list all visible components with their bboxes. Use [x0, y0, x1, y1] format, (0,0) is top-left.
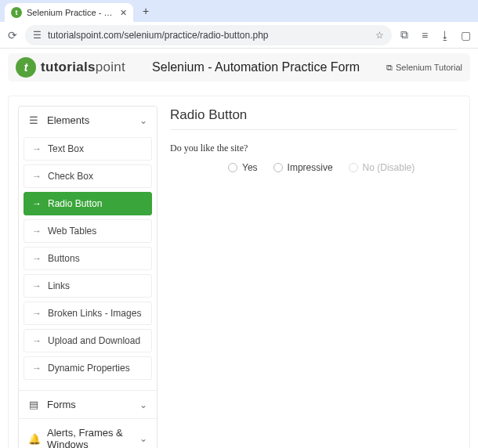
form-icon: ▤	[28, 399, 39, 410]
radio-option-yes[interactable]: Yes	[228, 162, 258, 173]
url-field[interactable]: ☰ tutorialspoint.com/selenium/practice/r…	[25, 25, 392, 45]
tabs-icon[interactable]: ▢	[458, 29, 473, 42]
elements-sublist: → Text Box → Check Box → Radio Button → …	[19, 134, 157, 390]
tutorial-link[interactable]: ⧉ Selenium Tutorial	[386, 63, 462, 73]
chevron-down-icon: ⌄	[139, 115, 147, 126]
site-header: t tutorialspoint Selenium - Automation P…	[8, 53, 470, 81]
arrow-right-icon: →	[32, 226, 42, 237]
arrow-right-icon: →	[32, 198, 42, 209]
logo-text[interactable]: tutorialspoint	[41, 60, 125, 75]
question-text: Do you like the site?	[170, 143, 457, 154]
arrow-right-icon: →	[32, 143, 42, 154]
menu-icon: ☰	[28, 114, 39, 126]
sidebar-item-buttons[interactable]: → Buttons	[24, 247, 152, 270]
chevron-down-icon: ⌄	[139, 433, 147, 444]
sidebar-item-broken-links-images[interactable]: → Broken Links - Images	[24, 302, 152, 325]
arrow-right-icon: →	[32, 335, 42, 346]
form-title: Radio Button	[170, 107, 457, 130]
radio-icon	[228, 163, 237, 172]
content-wrap: ☰ Elements ⌄ → Text Box → Check Box → Ra…	[8, 96, 470, 448]
sidebar-section-alerts[interactable]: 🔔 Alerts, Frames & Windows ⌄	[19, 418, 157, 448]
browser-tab[interactable]: t Selenium Practice - Radio Bu ✕	[5, 3, 133, 22]
sidebar-item-links[interactable]: → Links	[24, 274, 152, 298]
arrow-right-icon: →	[32, 253, 42, 264]
close-icon[interactable]: ✕	[120, 8, 127, 18]
bell-icon: 🔔	[28, 433, 39, 445]
url-text: tutorialspoint.com/selenium/practice/rad…	[48, 30, 369, 41]
sidebar-section-elements[interactable]: ☰ Elements ⌄	[19, 107, 157, 134]
arrow-right-icon: →	[32, 363, 42, 374]
sidebar-item-text-box[interactable]: → Text Box	[24, 137, 152, 161]
sidebar: ☰ Elements ⌄ → Text Box → Check Box → Ra…	[18, 106, 158, 448]
sidebar-item-upload-and-download[interactable]: → Upload and Download	[24, 329, 152, 352]
bookmark-icon[interactable]: ☆	[375, 30, 384, 41]
radio-icon	[349, 163, 358, 172]
tab-title: Selenium Practice - Radio Bu	[27, 8, 115, 17]
arrow-right-icon: →	[32, 308, 42, 319]
download-icon[interactable]: ⭳	[437, 29, 453, 42]
favicon-icon: t	[11, 7, 22, 18]
site-info-icon[interactable]: ☰	[33, 30, 42, 41]
page-title: Selenium - Automation Practice Form	[130, 60, 382, 74]
arrow-right-icon: →	[32, 280, 42, 291]
sidebar-item-radio-button[interactable]: → Radio Button	[24, 192, 152, 215]
extensions-icon[interactable]: ⧉	[397, 28, 412, 42]
sidebar-section-forms[interactable]: ▤ Forms ⌄	[19, 390, 157, 418]
radio-group: Yes Impressive No (Disable)	[170, 162, 457, 173]
chevron-down-icon: ⌄	[139, 399, 147, 410]
reader-icon[interactable]: ≡	[417, 29, 433, 42]
sidebar-item-check-box[interactable]: → Check Box	[24, 164, 152, 188]
reload-icon[interactable]: ⟳	[5, 29, 20, 42]
sidebar-item-web-tables[interactable]: → Web Tables	[24, 219, 152, 243]
radio-icon	[273, 163, 283, 172]
address-bar: ⟳ ☰ tutorialspoint.com/selenium/practice…	[0, 22, 478, 49]
radio-option-no-disabled: No (Disable)	[349, 162, 415, 173]
radio-option-impressive[interactable]: Impressive	[273, 162, 333, 173]
logo-icon: t	[16, 57, 36, 78]
arrow-right-icon: →	[32, 171, 42, 182]
sidebar-item-dynamic-properties[interactable]: → Dynamic Properties	[24, 356, 152, 380]
main-panel: Radio Button Do you like the site? Yes I…	[158, 96, 469, 448]
external-link-icon: ⧉	[386, 63, 393, 73]
new-tab-button[interactable]: +	[136, 2, 155, 20]
browser-tab-strip: t Selenium Practice - Radio Bu ✕ +	[0, 0, 478, 22]
